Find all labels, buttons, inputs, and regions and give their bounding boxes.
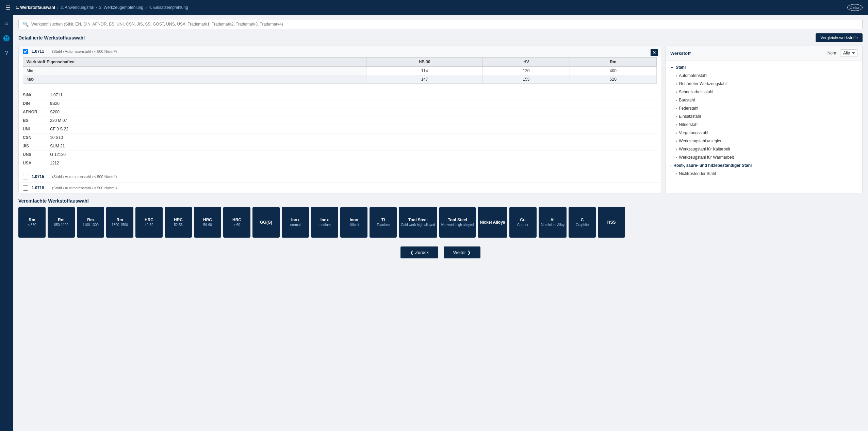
material-card-19[interactable]: HSS bbox=[598, 207, 625, 238]
tree-node-kaltarbeit[interactable]: › Werkzeugstahl für Kaltarbeit bbox=[666, 145, 862, 153]
tree-node-nichtrostend[interactable]: › Nichtrostender Stahl bbox=[666, 170, 862, 178]
detail-row-bs: BS 220 M 07 bbox=[23, 116, 657, 125]
material-id: 1.0711 bbox=[32, 49, 49, 54]
search-input[interactable] bbox=[31, 22, 858, 27]
card-sub-14: Hot work high alloyed bbox=[441, 223, 474, 227]
material-card-9[interactable]: Inoxnormal bbox=[282, 207, 309, 238]
card-title-9: Inox bbox=[291, 218, 300, 222]
card-title-15: Nickel Alloys bbox=[480, 220, 505, 225]
material-card-0[interactable]: Rm< 850 bbox=[18, 207, 46, 238]
tree-node-baustahl[interactable]: › Baustahl bbox=[666, 96, 862, 104]
material-card-16[interactable]: CuCopper bbox=[509, 207, 537, 238]
home-icon[interactable]: ⌂ bbox=[2, 18, 11, 28]
menu-icon[interactable]: ☰ bbox=[5, 4, 10, 11]
close-button[interactable]: ✕ bbox=[651, 49, 658, 56]
row-hb-min: 114 bbox=[366, 67, 482, 75]
tree-node-nitrierstahl[interactable]: › Nitrierstahl bbox=[666, 121, 862, 129]
tree-title: Werkstoff bbox=[670, 51, 691, 56]
material-card-7[interactable]: HRC> 60 bbox=[223, 207, 250, 238]
material-card-15[interactable]: Nickel Alloys bbox=[478, 207, 507, 238]
card-title-1: Rm bbox=[58, 218, 64, 222]
simplified-section: Vereinfachte Werkstoffauswahl Rm< 850Rm8… bbox=[18, 198, 863, 239]
label-usa: USA bbox=[23, 161, 50, 165]
card-sub-18: Graphite bbox=[576, 223, 589, 227]
tree-label-verguetung: Vergütungsstahl bbox=[679, 130, 708, 135]
next-button[interactable]: Weiter ❯ bbox=[444, 246, 480, 258]
value-uni: CF 9 S 22 bbox=[50, 127, 68, 131]
card-sub-11: difficult bbox=[349, 223, 359, 227]
card-title-11: Inox bbox=[350, 218, 358, 222]
material-card-2[interactable]: Rm1100-1300 bbox=[77, 207, 104, 238]
card-sub-4: 40-52 bbox=[145, 223, 153, 227]
card-title-4: HRC bbox=[145, 218, 153, 222]
material-card-6[interactable]: HRC56-60 bbox=[194, 207, 221, 238]
detail-row-csn: CSN 10 S10 bbox=[23, 133, 657, 142]
tree-label-nitrierstahl: Nitrierstahl bbox=[679, 122, 698, 127]
tree-node-automatenstahl[interactable]: › Automatenstahl bbox=[666, 71, 862, 80]
material-path-1: (Stahl \ Automatenstahl \ < 500 N/mm²) bbox=[52, 175, 117, 179]
norm-select-container: Norm Alle bbox=[828, 49, 857, 57]
material-card-14[interactable]: Tool SteelHot work high alloyed bbox=[439, 207, 476, 238]
breadcrumb-step-2[interactable]: 2. Anwendungsfall bbox=[61, 5, 94, 10]
breadcrumb-step-1[interactable]: 1. Werkstoffauswahl bbox=[16, 5, 55, 10]
chevron-right-icon: › bbox=[670, 164, 671, 167]
chevron-right-icon: › bbox=[676, 82, 677, 86]
value-afnor: S200 bbox=[50, 110, 60, 114]
detail-scroll[interactable]: 1.0711 (Stahl \ Automatenstahl \ < 500 N… bbox=[19, 46, 661, 193]
tree-node-schnellarbeit[interactable]: › Schnellarbeitsstahl bbox=[666, 88, 862, 96]
material-card-12[interactable]: TiTitanium bbox=[370, 207, 397, 238]
simplified-label: Vereinfachte Werkstoffauswahl bbox=[18, 198, 89, 204]
value-bs: 220 M 07 bbox=[50, 118, 67, 123]
globe-icon[interactable]: 🌐 bbox=[2, 33, 11, 43]
tree-label-schnellarbeit: Schnellarbeitsstahl bbox=[679, 90, 713, 94]
tree-node-federstahl[interactable]: › Federstahl bbox=[666, 104, 862, 112]
row-rm-max: 520 bbox=[570, 75, 656, 84]
material-item-1[interactable]: 1.0715 (Stahl \ Automatenstahl \ < 500 N… bbox=[19, 171, 661, 182]
material-checkbox-2[interactable] bbox=[23, 185, 28, 191]
material-card-17[interactable]: AlAluminium Alloy bbox=[539, 207, 567, 238]
material-card-1[interactable]: Rm850-1100 bbox=[48, 207, 75, 238]
detail-row-uni: UNI CF 9 S 22 bbox=[23, 125, 657, 133]
material-checkbox-1[interactable] bbox=[23, 174, 28, 179]
selected-material-item[interactable]: 1.0711 (Stahl \ Automatenstahl \ < 500 N… bbox=[19, 46, 661, 57]
material-card-4[interactable]: HRC40-52 bbox=[135, 207, 163, 238]
tree-node-rost[interactable]: › Rost-, säure- und hitzebeständiger Sta… bbox=[666, 161, 862, 170]
tree-body[interactable]: ▼ Stahl › Automatenstahl › Gehärteter We… bbox=[666, 61, 862, 190]
tree-node-stahl[interactable]: ▼ Stahl bbox=[666, 63, 862, 71]
material-card-5[interactable]: HRC52-56 bbox=[165, 207, 192, 238]
detail-row-uns: UNS G 12120 bbox=[23, 150, 657, 159]
back-button[interactable]: ❮ Zurück bbox=[400, 246, 438, 258]
material-card-10[interactable]: Inoxmedium bbox=[311, 207, 338, 238]
card-title-12: Ti bbox=[381, 218, 385, 222]
tree-node-gehaerteter[interactable]: › Gehärteter Werkzeugstahl bbox=[666, 80, 862, 88]
tree-node-warmarbeit[interactable]: › Werkzeugstahl für Warmarbeit bbox=[666, 153, 862, 161]
material-card-11[interactable]: Inoxdifficult bbox=[340, 207, 367, 238]
material-card-8[interactable]: GG(G) bbox=[252, 207, 280, 238]
card-title-0: Rm bbox=[29, 218, 35, 222]
compare-button[interactable]: Vergleichswerkstoffe bbox=[816, 33, 863, 42]
breadcrumb-step-3[interactable]: 3. Werkzeugempfehlung bbox=[99, 5, 143, 10]
card-sub-10: medium bbox=[318, 223, 331, 227]
chevron-right-icon: › bbox=[676, 98, 677, 102]
label-uni: UNI bbox=[23, 127, 50, 131]
material-item-2[interactable]: 1.0718 (Stahl \ Automatenstahl \ < 500 N… bbox=[19, 182, 661, 193]
norm-dropdown[interactable]: Alle bbox=[840, 49, 857, 57]
bottom-navigation: ❮ Zurück Weiter ❯ bbox=[18, 243, 863, 262]
card-title-3: Rm bbox=[116, 218, 123, 222]
help-icon[interactable]: ? bbox=[2, 48, 11, 58]
card-title-5: HRC bbox=[174, 218, 183, 222]
material-checkbox[interactable] bbox=[23, 49, 28, 54]
label-jis: JIS bbox=[23, 144, 50, 148]
row-rm-min: 400 bbox=[570, 67, 656, 75]
material-card-13[interactable]: Tool SteelCold work high alloyed bbox=[399, 207, 437, 238]
breadcrumb-step-4[interactable]: 4. Einsatzempfehlung bbox=[149, 5, 188, 10]
tree-node-verguetung[interactable]: › Vergütungsstahl bbox=[666, 129, 862, 137]
material-card-18[interactable]: CGraphite bbox=[569, 207, 596, 238]
row-hb-max: 147 bbox=[366, 75, 482, 84]
tree-label-warmarbeit: Werkzeugstahl für Warmarbeit bbox=[679, 155, 734, 160]
material-path-2: (Stahl \ Automatenstahl \ < 500 N/mm²) bbox=[52, 186, 117, 190]
tree-node-werkzeug-unlegiert[interactable]: › Werkzeugstahl unlegiert bbox=[666, 137, 862, 145]
material-card-3[interactable]: Rm1300-1500 bbox=[106, 207, 133, 238]
tree-node-einsatzstahl[interactable]: › Einsatzstahl bbox=[666, 112, 862, 121]
value-usa: 1212 bbox=[50, 161, 59, 165]
